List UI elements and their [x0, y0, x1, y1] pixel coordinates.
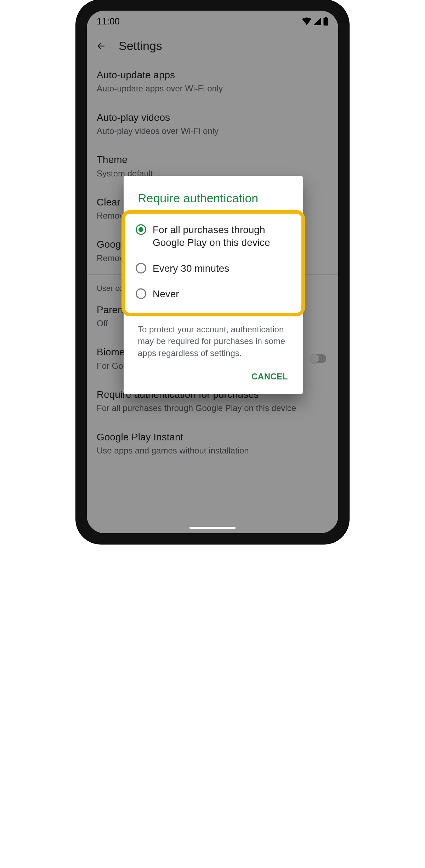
- page-title: Settings: [119, 39, 162, 53]
- dialog-note: To protect your account, authentication …: [124, 316, 303, 363]
- highlight-annotation: For all purchases through Google Play on…: [121, 210, 305, 316]
- cellular-icon: [313, 17, 321, 25]
- battery-icon: [323, 17, 328, 26]
- radio-icon: [136, 224, 146, 235]
- setting-sub: Auto-play videos over Wi-Fi only: [97, 125, 328, 136]
- radio-label: For all purchases through Google Play on…: [153, 224, 291, 249]
- radio-option-all-purchases[interactable]: For all purchases through Google Play on…: [136, 217, 291, 256]
- biometric-toggle[interactable]: [310, 354, 326, 363]
- setting-sub: Use apps and games without installation: [97, 445, 328, 456]
- back-button[interactable]: [93, 38, 109, 54]
- app-bar: Settings: [87, 32, 338, 60]
- cancel-button[interactable]: CANCEL: [247, 369, 292, 384]
- setting-auto-play-videos[interactable]: Auto-play videos Auto-play videos over W…: [87, 103, 338, 145]
- arrow-back-icon: [96, 41, 106, 51]
- radio-icon: [136, 263, 146, 274]
- dialog-actions: CANCEL: [124, 362, 303, 391]
- status-time: 11:00: [97, 16, 120, 27]
- setting-title: Theme: [97, 153, 328, 166]
- setting-sub: Auto-update apps over Wi-Fi only: [97, 83, 328, 94]
- nav-gesture-pill[interactable]: [189, 527, 236, 529]
- screen: 11:00 Settings Auto-update apps Auto-upd…: [87, 11, 338, 533]
- radio-option-never[interactable]: Never: [136, 281, 291, 307]
- setting-sub: For all purchases through Google Play on…: [97, 402, 328, 413]
- setting-title: Auto-update apps: [97, 69, 328, 81]
- setting-auto-update-apps[interactable]: Auto-update apps Auto-update apps over W…: [87, 60, 338, 103]
- radio-label: Every 30 minutes: [153, 262, 229, 275]
- status-bar: 11:00: [87, 11, 338, 32]
- wifi-icon: [302, 17, 311, 25]
- radio-option-every-30-min[interactable]: Every 30 minutes: [136, 256, 291, 281]
- require-auth-dialog: Require authentication For all purchases…: [124, 176, 303, 394]
- dialog-title: Require authentication: [124, 186, 303, 210]
- radio-icon: [136, 288, 146, 299]
- setting-play-instant[interactable]: Google Play Instant Use apps and games w…: [87, 422, 338, 465]
- device-frame: 11:00 Settings Auto-update apps Auto-upd…: [76, 0, 349, 544]
- status-icons: [302, 17, 328, 26]
- setting-title: Auto-play videos: [97, 111, 328, 124]
- radio-label: Never: [153, 288, 179, 300]
- setting-title: Google Play Instant: [97, 431, 328, 444]
